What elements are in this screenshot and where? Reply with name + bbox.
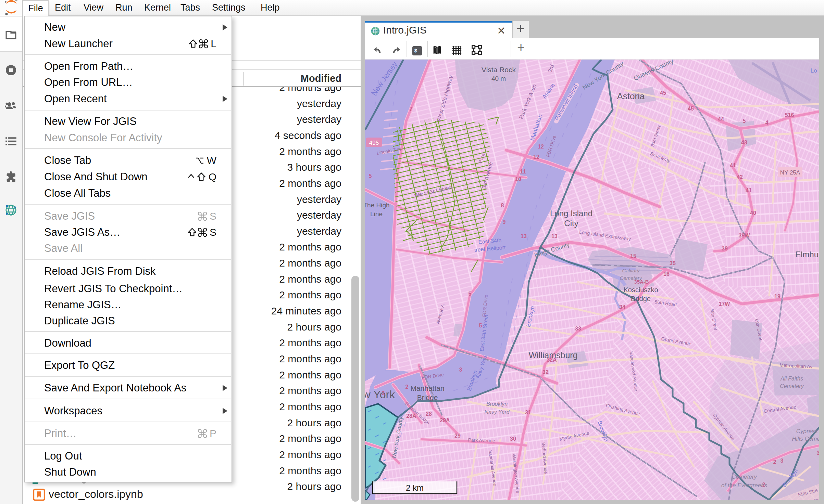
- svg-text:Long Island: Long Island: [550, 209, 592, 218]
- svg-text:32: 32: [542, 369, 549, 375]
- svg-text:35: 35: [670, 260, 676, 266]
- svg-text:The High: The High: [365, 202, 390, 209]
- svg-text:19: 19: [774, 294, 781, 299]
- svg-text:NY 25A: NY 25A: [780, 169, 800, 176]
- svg-text:Cemetery: Cemetery: [620, 275, 642, 281]
- svg-text:29: 29: [454, 433, 461, 439]
- svg-text:39W: 39W: [739, 233, 750, 238]
- svg-text:5: 5: [479, 323, 482, 328]
- svg-text:31: 31: [525, 410, 531, 415]
- svg-text:34: 34: [619, 304, 625, 310]
- svg-text:Park Avenue: Park Avenue: [468, 437, 495, 444]
- svg-text:7: 7: [410, 106, 413, 112]
- svg-text:13: 13: [551, 233, 558, 239]
- svg-text:Lo: Lo: [811, 67, 817, 74]
- svg-text:Bridge: Bridge: [417, 393, 438, 401]
- svg-text:39: 39: [722, 246, 728, 251]
- svg-text:30: 30: [510, 436, 516, 442]
- svg-text:495: 495: [369, 140, 379, 146]
- svg-text:4: 4: [765, 120, 769, 126]
- svg-text:44: 44: [718, 116, 724, 122]
- svg-text:8: 8: [501, 203, 504, 208]
- svg-text:40 m: 40 m: [491, 75, 506, 82]
- svg-text:Hills Cemet: Hills Cemet: [792, 436, 819, 442]
- svg-text:Kosciuszko: Kosciuszko: [623, 286, 658, 294]
- svg-text:Navy Yard: Navy Yard: [484, 409, 510, 415]
- svg-text:11: 11: [520, 169, 526, 175]
- svg-text:2: 2: [762, 482, 765, 488]
- svg-text:Bridge: Bridge: [631, 295, 651, 302]
- svg-text:Vista Rock: Vista Rock: [482, 66, 516, 74]
- svg-text:45: 45: [660, 90, 666, 96]
- svg-text:5: 5: [743, 118, 746, 124]
- svg-text:Cypress: Cypress: [796, 428, 818, 435]
- svg-text:Manhattan: Manhattan: [410, 384, 444, 392]
- svg-text:15: 15: [630, 253, 636, 259]
- svg-text:All Faiths: All Faiths: [780, 376, 803, 382]
- svg-text:10: 10: [515, 176, 521, 182]
- svg-text:2: 2: [382, 390, 385, 396]
- svg-text:41: 41: [746, 188, 752, 193]
- svg-text:516: 516: [785, 112, 794, 118]
- svg-text:45: 45: [688, 106, 694, 112]
- svg-text:3: 3: [817, 450, 819, 456]
- svg-text:2: 2: [405, 384, 409, 390]
- svg-text:28A: 28A: [406, 413, 416, 419]
- svg-text:3: 3: [781, 458, 784, 464]
- svg-text:3: 3: [459, 367, 462, 373]
- svg-text:17W: 17W: [719, 301, 731, 307]
- svg-text:42: 42: [737, 174, 743, 180]
- svg-text:43: 43: [741, 140, 747, 145]
- svg-text:2: 2: [773, 459, 776, 465]
- svg-text:Cemetery: Cemetery: [780, 383, 804, 389]
- svg-text:2 km: 2 km: [406, 483, 424, 492]
- svg-text:w York: w York: [365, 388, 395, 401]
- svg-text:29A: 29A: [440, 417, 450, 423]
- svg-text:12: 12: [538, 144, 544, 150]
- svg-text:Cemetery: Cemetery: [732, 474, 757, 480]
- svg-text:Brooklyn: Brooklyn: [486, 401, 508, 407]
- svg-text:41: 41: [730, 163, 736, 168]
- svg-text:33: 33: [575, 326, 581, 332]
- svg-text:Elmhurs: Elmhurs: [795, 250, 819, 259]
- svg-text:9: 9: [503, 219, 506, 225]
- svg-text:28: 28: [426, 411, 432, 417]
- svg-text:Astoria: Astoria: [617, 91, 645, 101]
- svg-text:Line: Line: [370, 210, 383, 218]
- svg-text:City: City: [564, 219, 578, 228]
- svg-text:of the Evergreens: of the Evergreens: [721, 482, 767, 489]
- svg-text:Calvary: Calvary: [622, 268, 640, 273]
- svg-text:13: 13: [521, 233, 527, 239]
- svg-text:12: 12: [533, 154, 539, 160]
- svg-text:5: 5: [369, 173, 372, 179]
- svg-text:32A: 32A: [547, 357, 557, 363]
- svg-text:16: 16: [663, 271, 670, 277]
- svg-text:40: 40: [750, 210, 756, 216]
- svg-text:5: 5: [469, 291, 472, 297]
